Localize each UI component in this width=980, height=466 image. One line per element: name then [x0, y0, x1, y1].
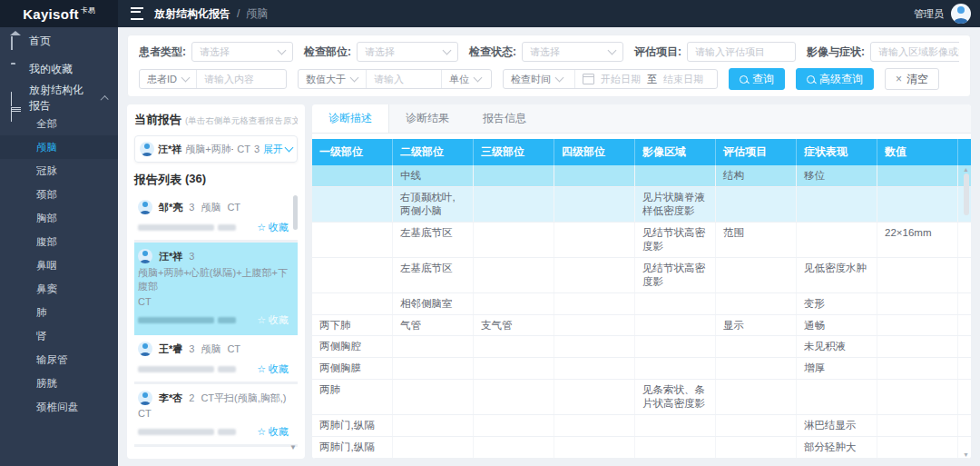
- sidebar-subitem-12[interactable]: 颈椎间盘: [0, 395, 118, 419]
- table-cell[interactable]: 相邻侧脑室: [393, 293, 474, 314]
- table-cell[interactable]: 未见积液: [797, 336, 877, 357]
- table-cell[interactable]: [474, 336, 554, 357]
- table-cell[interactable]: [393, 415, 474, 436]
- table-cell[interactable]: [554, 315, 635, 336]
- favorite-button[interactable]: ☆收藏: [257, 221, 289, 234]
- sidebar-item-favorites[interactable]: 我的收藏: [0, 55, 118, 84]
- sidebar-subitem-7[interactable]: 鼻窦: [0, 277, 118, 301]
- unit-select[interactable]: 单位: [441, 70, 491, 88]
- table-cell[interactable]: [393, 437, 474, 458]
- table-cell[interactable]: 通畅: [797, 315, 877, 336]
- table-cell[interactable]: [554, 223, 635, 257]
- table-cell[interactable]: [554, 187, 635, 222]
- table-cell[interactable]: 支气管: [474, 315, 554, 336]
- table-cell[interactable]: 显示: [716, 315, 797, 336]
- table-cell[interactable]: [554, 358, 635, 379]
- scrollbar-thumb[interactable]: [964, 174, 969, 215]
- table-cell[interactable]: 两肺: [312, 380, 393, 414]
- table-cell[interactable]: [716, 437, 797, 458]
- table-cell[interactable]: 见结节状高密度影: [635, 258, 716, 292]
- filter-input[interactable]: 请输入区域影像或症状表现: [870, 42, 959, 62]
- table-cell[interactable]: [716, 415, 797, 436]
- tab-1[interactable]: 诊断结果: [389, 104, 466, 133]
- table-cell[interactable]: [554, 293, 635, 314]
- favorite-button[interactable]: ☆收藏: [257, 425, 289, 439]
- table-cell[interactable]: [474, 380, 554, 414]
- current-report-card[interactable]: 汪*祥 颅脑+两肺+心... CT 3 展开: [134, 135, 298, 163]
- scroll-down-icon[interactable]: ▼: [289, 444, 297, 451]
- filter-input[interactable]: 请输入评估项目: [687, 42, 796, 62]
- filter-select[interactable]: 请选择: [357, 42, 458, 62]
- table-cell[interactable]: 气管: [393, 315, 474, 336]
- table-cell[interactable]: [635, 336, 716, 357]
- table-cell[interactable]: [554, 380, 635, 414]
- table-cell[interactable]: 左基底节区: [393, 223, 474, 257]
- table-cell[interactable]: [554, 165, 635, 186]
- table-cell[interactable]: 移位: [797, 165, 877, 186]
- table-cell[interactable]: 范围: [716, 223, 797, 257]
- scroll-up-icon[interactable]: ▲: [963, 166, 969, 173]
- query-button[interactable]: 查询: [729, 68, 785, 90]
- table-cell[interactable]: 变形: [797, 293, 877, 314]
- table-cell[interactable]: [797, 380, 877, 414]
- table-cell[interactable]: 两侧胸腔: [312, 336, 393, 357]
- sidebar-subitem-1[interactable]: 颅脑: [0, 135, 118, 159]
- table-cell[interactable]: [474, 358, 554, 379]
- patient-id-select[interactable]: 患者ID: [140, 70, 196, 88]
- table-cell[interactable]: [877, 293, 958, 314]
- sidebar-item-home[interactable]: 首页: [0, 27, 118, 55]
- list-item[interactable]: 王*睿3颅脑CT☆收藏: [134, 335, 298, 384]
- scroll-down-icon[interactable]: ▼: [963, 451, 969, 458]
- value-compare-select[interactable]: 数值大于: [299, 70, 366, 88]
- list-item[interactable]: 邹*亮3颅脑CT☆收藏: [134, 193, 298, 243]
- table-cell[interactable]: [554, 437, 635, 458]
- favorite-button[interactable]: ☆收藏: [257, 362, 289, 376]
- filter-select[interactable]: 请选择: [191, 42, 293, 62]
- table-cell[interactable]: [635, 437, 716, 458]
- collapse-menu-icon[interactable]: [131, 7, 143, 20]
- table-cell[interactable]: [877, 415, 958, 436]
- sidebar-subitem-9[interactable]: 肾: [0, 324, 118, 348]
- list-item[interactable]: 汪*祥3颅脑+两肺+心脏(纵隔)+上腹部+下腹部CT☆收藏: [134, 243, 298, 335]
- table-cell[interactable]: [635, 165, 716, 186]
- table-cell[interactable]: 部分轻肿大: [797, 437, 877, 458]
- expand-button[interactable]: 展开: [263, 143, 292, 156]
- table-cell[interactable]: 两侧胸膜: [312, 358, 393, 379]
- sidebar-item-structured-reports[interactable]: 放射结构化报告: [0, 84, 118, 112]
- table-cell[interactable]: [312, 293, 393, 314]
- table-cell[interactable]: 结构: [716, 165, 797, 186]
- table-cell[interactable]: 中线: [393, 165, 474, 186]
- table-cell[interactable]: [474, 165, 554, 186]
- sidebar-subitem-11[interactable]: 膀胱: [0, 372, 118, 395]
- table-cell[interactable]: [635, 293, 716, 314]
- table-cell[interactable]: [877, 187, 958, 222]
- table-cell[interactable]: [554, 336, 635, 357]
- tab-2[interactable]: 报告信息: [466, 104, 544, 133]
- table-cell[interactable]: 增厚: [797, 358, 877, 379]
- sidebar-subitem-2[interactable]: 冠脉: [0, 159, 118, 183]
- table-cell[interactable]: [716, 258, 797, 292]
- user-avatar[interactable]: [951, 4, 971, 24]
- table-cell[interactable]: [474, 258, 554, 292]
- table-cell[interactable]: [635, 358, 716, 379]
- sidebar-subitem-0[interactable]: 全部: [0, 112, 118, 135]
- favorite-button[interactable]: ☆收藏: [257, 313, 289, 327]
- table-cell[interactable]: [554, 415, 635, 436]
- breadcrumb-root[interactable]: 放射结构化报告: [154, 6, 230, 22]
- table-cell[interactable]: 见条索状、条片状高密度影: [635, 380, 716, 414]
- table-cell[interactable]: [393, 380, 474, 414]
- patient-id-input[interactable]: 请输入内容: [196, 70, 286, 88]
- clear-button[interactable]: × 清空: [885, 68, 939, 90]
- table-cell[interactable]: [797, 223, 877, 257]
- table-cell[interactable]: [393, 358, 474, 379]
- table-cell[interactable]: [312, 187, 393, 222]
- table-cell[interactable]: [312, 223, 393, 257]
- table-cell[interactable]: [877, 258, 958, 292]
- table-cell[interactable]: [554, 258, 635, 292]
- time-type-select[interactable]: 检查时间: [504, 70, 574, 88]
- table-cell[interactable]: [312, 165, 393, 186]
- table-cell[interactable]: [474, 415, 554, 436]
- table-cell[interactable]: [474, 223, 554, 257]
- sidebar-subitem-5[interactable]: 腹部: [0, 230, 118, 253]
- table-cell[interactable]: 见结节状高密度影: [635, 223, 716, 257]
